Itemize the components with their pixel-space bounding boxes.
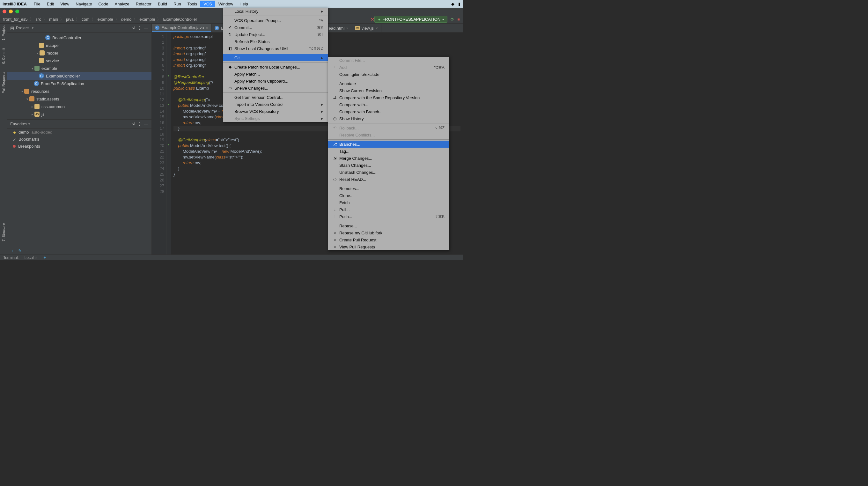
menu-item[interactable]: Import into Version Control▶: [223, 101, 328, 108]
zoom-window[interactable]: [15, 9, 19, 13]
menu-item[interactable]: Remotes...: [328, 185, 449, 192]
settings-icon[interactable]: ⋮: [137, 26, 142, 30]
menu-item[interactable]: UnStash Changes...: [328, 169, 449, 176]
menu-window[interactable]: Window: [215, 1, 236, 7]
menu-item[interactable]: Compare with Branch...: [328, 108, 449, 115]
menu-item[interactable]: ✔Commit...⌘K: [223, 24, 328, 31]
menu-item[interactable]: ◷Show History: [328, 115, 449, 122]
menu-item[interactable]: ⇄Compare with the Same Repository Versio…: [328, 94, 449, 101]
menu-view[interactable]: View: [57, 1, 72, 7]
menu-file[interactable]: File: [31, 1, 44, 7]
menu-help[interactable]: Help: [236, 1, 251, 7]
breadcrumb-item[interactable]: com: [82, 17, 90, 22]
menu-refactor[interactable]: Refactor: [133, 1, 155, 7]
remove-icon[interactable]: −: [26, 248, 28, 253]
menu-item[interactable]: ○Rebase my GitHub fork: [328, 229, 449, 236]
menu-item[interactable]: ↓Pull...: [328, 206, 449, 213]
tree-item[interactable]: ▸model: [7, 49, 152, 57]
editor-tab[interactable]: JSview.js×: [352, 24, 381, 32]
menu-item[interactable]: Apply Patch from Clipboard...: [223, 78, 328, 85]
menu-item[interactable]: Local History▶: [223, 8, 328, 15]
evernote-icon[interactable]: ◆: [451, 2, 455, 6]
breadcrumb-item[interactable]: ExampleController: [163, 17, 197, 22]
menu-item[interactable]: Open .git/info/exclude: [328, 71, 449, 78]
menu-item[interactable]: Stash Changes...: [328, 162, 449, 169]
favorites-item[interactable]: Breakpoints: [7, 143, 152, 150]
settings-icon[interactable]: ⋮: [137, 121, 142, 126]
tree-twisty[interactable]: ▸: [35, 51, 39, 55]
tree-item[interactable]: CExampleController: [7, 72, 152, 80]
add-terminal-icon[interactable]: ＋: [43, 255, 46, 260]
menu-item[interactable]: Fetch: [328, 199, 449, 206]
close-icon[interactable]: ×: [35, 255, 37, 260]
hide-icon[interactable]: —: [144, 121, 148, 126]
breadcrumb-item[interactable]: example: [140, 17, 155, 22]
close-tab-icon[interactable]: ×: [206, 26, 208, 30]
menu-item[interactable]: ◧Show Local Changes as UML⌥⇧⌘D: [223, 45, 328, 52]
edit-icon[interactable]: ✎: [18, 248, 22, 253]
hide-icon[interactable]: —: [144, 26, 148, 30]
close-tab-icon[interactable]: ×: [346, 26, 348, 30]
breadcrumb-item[interactable]: src: [36, 17, 41, 22]
tree-twisty[interactable]: ▾: [20, 90, 24, 93]
tree-item[interactable]: ▾resources: [7, 87, 152, 95]
terminal-label[interactable]: Terminal:: [3, 255, 19, 260]
project-tree[interactable]: CBoardControllermapper▸modelservice▾exam…: [7, 33, 152, 119]
menu-vcs[interactable]: VCS: [200, 1, 215, 7]
breadcrumb-item[interactable]: demo: [121, 17, 132, 22]
breadcrumb-item[interactable]: front_for_es5: [3, 17, 28, 22]
tool-commit[interactable]: 0: Commit: [2, 48, 5, 64]
menu-item[interactable]: Show Current Revision: [328, 87, 449, 94]
menu-item[interactable]: ⇲Merge Changes...: [328, 155, 449, 162]
collapse-icon[interactable]: ⇲: [131, 26, 135, 30]
close-window[interactable]: [3, 9, 6, 13]
menu-item[interactable]: Refresh File Status: [223, 38, 328, 45]
add-icon[interactable]: ＋: [10, 248, 14, 254]
menu-item[interactable]: VCS Operations Popup...^V: [223, 17, 328, 24]
minimize-window[interactable]: [9, 9, 13, 13]
tree-item[interactable]: ▸css.common: [7, 103, 152, 110]
tool-structure[interactable]: 7: Structure: [2, 223, 5, 241]
menu-item[interactable]: ◆Create Patch from Local Changes...: [223, 63, 328, 70]
menu-item[interactable]: ○Create Pull Request: [328, 236, 449, 243]
menu-item[interactable]: Git▶: [223, 54, 328, 61]
tree-item[interactable]: service: [7, 57, 152, 64]
tree-twisty[interactable]: ▾: [30, 67, 34, 70]
favorites-item[interactable]: ✓Bookmarks: [7, 135, 152, 143]
git-submenu[interactable]: Commit File...+Add⌥⌘AOpen .git/info/excl…: [328, 57, 449, 250]
tree-item[interactable]: ▾example: [7, 64, 152, 72]
terminal-tab[interactable]: Local×: [25, 255, 37, 260]
breadcrumb-item[interactable]: main: [49, 17, 58, 22]
tree-twisty[interactable]: ▸: [30, 113, 34, 116]
marker-gutter[interactable]: [166, 33, 171, 254]
menu-run[interactable]: Run: [170, 1, 184, 7]
menu-item[interactable]: ▭Shelve Changes...: [223, 85, 328, 92]
tool-project[interactable]: 1: Project: [2, 26, 5, 40]
menu-item[interactable]: ◌Reset HEAD...: [328, 176, 449, 183]
project-panel-header[interactable]: ▤Project ⇲ ⋮ —: [7, 24, 152, 33]
favorites-item[interactable]: ★demoauto-added: [7, 128, 152, 135]
breadcrumb-item[interactable]: java: [66, 17, 74, 22]
menu-item[interactable]: ○View Pull Requests: [328, 243, 449, 250]
tree-item[interactable]: CBoardController: [7, 34, 152, 41]
run-icon[interactable]: ⟳: [451, 17, 454, 22]
collapse-icon[interactable]: ⇲: [131, 121, 135, 126]
battery-icon[interactable]: ▮: [458, 2, 461, 6]
build-icon[interactable]: ⚒: [371, 17, 374, 22]
menu-navigate[interactable]: Navigate: [72, 1, 95, 7]
menu-item[interactable]: Tag...: [328, 148, 449, 155]
favorites-header[interactable]: Favorites ⇲ ⋮ —: [7, 120, 152, 128]
menu-item[interactable]: Rebase...: [328, 222, 449, 229]
menu-tools[interactable]: Tools: [184, 1, 200, 7]
menu-item[interactable]: ↑Push...⇧⌘K: [328, 213, 449, 220]
menu-analyze[interactable]: Analyze: [112, 1, 133, 7]
menu-item[interactable]: Compare with...: [328, 101, 449, 108]
tree-item[interactable]: ▸JSjs: [7, 110, 152, 118]
vcs-menu[interactable]: Local History▶VCS Operations Popup...^V✔…: [223, 8, 328, 122]
line-number-gutter[interactable]: 1234567891011121314151617181920212223242…: [152, 33, 166, 254]
stop-icon[interactable]: ■: [457, 17, 460, 22]
window-controls[interactable]: [3, 9, 19, 13]
menu-item[interactable]: Browse VCS Repository▶: [223, 108, 328, 115]
tool-pull-requests[interactable]: Pull Requests: [2, 72, 5, 93]
menu-item[interactable]: Annotate: [328, 80, 449, 87]
